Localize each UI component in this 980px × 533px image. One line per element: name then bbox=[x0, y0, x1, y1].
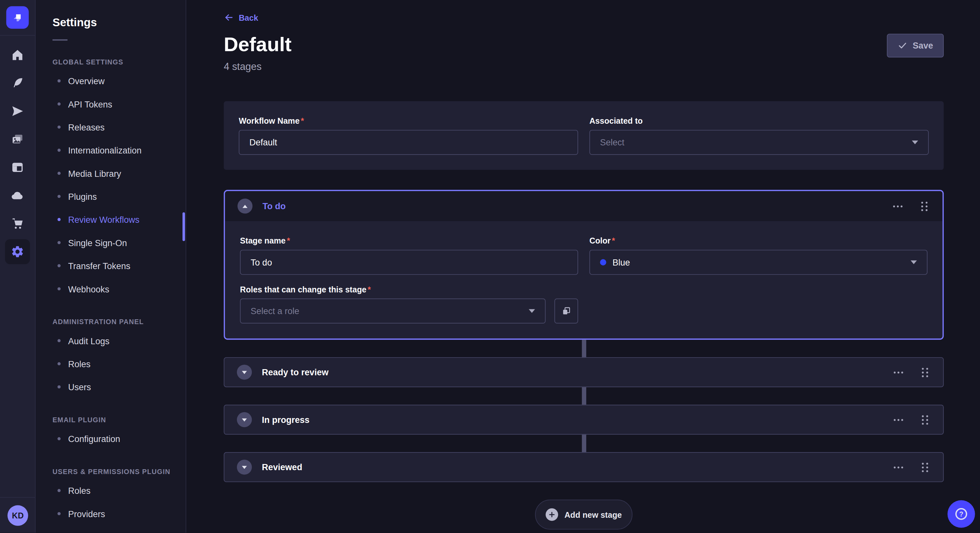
stage-options-menu-icon[interactable] bbox=[891, 464, 905, 471]
deploy-send-icon[interactable] bbox=[5, 99, 30, 124]
user-avatar[interactable]: KD bbox=[8, 505, 28, 526]
bullet-icon bbox=[57, 264, 60, 268]
stage-title: To do bbox=[262, 201, 285, 211]
media-library-icon[interactable] bbox=[5, 127, 30, 152]
associated-to-label: Associated to bbox=[590, 116, 929, 126]
required-asterisk: * bbox=[301, 116, 304, 126]
sidebar-item-webhooks[interactable]: Webhooks bbox=[52, 277, 186, 300]
sidebar-item-admin-roles[interactable]: Roles bbox=[52, 352, 186, 375]
collapse-toggle-button[interactable] bbox=[237, 198, 253, 213]
copy-icon bbox=[561, 306, 571, 316]
section-label: USERS & PERMISSIONS PLUGIN bbox=[52, 468, 186, 475]
stage-title: Ready to review bbox=[262, 367, 329, 377]
duplicate-roles-button[interactable] bbox=[555, 298, 578, 324]
required-asterisk: * bbox=[368, 285, 371, 295]
sidebar-item-media-library[interactable]: Media Library bbox=[52, 162, 186, 185]
drag-handle-icon[interactable] bbox=[920, 460, 931, 474]
stage-card-ready-to-review: Ready to review bbox=[224, 357, 944, 387]
color-select[interactable]: Blue bbox=[590, 250, 928, 274]
subnav-scrollbar-thumb[interactable] bbox=[183, 213, 185, 241]
sidebar-item-providers[interactable]: Providers bbox=[52, 502, 186, 525]
back-link[interactable]: Back bbox=[224, 13, 258, 23]
rail-divider bbox=[0, 35, 35, 36]
svg-text:?: ? bbox=[959, 510, 964, 518]
associated-to-select[interactable]: Select bbox=[590, 130, 929, 155]
bullet-icon bbox=[57, 218, 60, 221]
stage-options-menu-icon[interactable] bbox=[891, 369, 905, 376]
plus-icon bbox=[546, 508, 558, 521]
settings-gear-icon[interactable] bbox=[5, 239, 30, 264]
drag-handle-icon[interactable] bbox=[919, 199, 930, 213]
cloud-icon[interactable] bbox=[5, 183, 30, 208]
rail-bottom-divider bbox=[0, 497, 36, 498]
question-mark-icon: ? bbox=[954, 506, 969, 521]
subnav-title: Settings bbox=[52, 16, 186, 29]
strapi-logo[interactable] bbox=[6, 6, 29, 29]
required-asterisk: * bbox=[612, 236, 615, 246]
sidebar-item-plugins[interactable]: Plugins bbox=[52, 185, 186, 208]
save-button[interactable]: Save bbox=[887, 34, 944, 57]
strapi-logo-glyph bbox=[11, 11, 24, 24]
drag-handle-icon[interactable] bbox=[920, 365, 931, 379]
check-icon bbox=[898, 40, 908, 51]
sidebar-item-audit-logs[interactable]: Audit Logs bbox=[52, 329, 186, 352]
home-icon[interactable] bbox=[5, 43, 30, 67]
stages-list: To do Stage name* bbox=[224, 190, 944, 530]
stage-options-menu-icon[interactable] bbox=[891, 416, 905, 423]
sidebar-item-single-sign-on[interactable]: Single Sign-On bbox=[52, 231, 186, 254]
stage-connector bbox=[582, 387, 586, 405]
sidebar-item-releases[interactable]: Releases bbox=[52, 116, 186, 139]
nav-rail: KD bbox=[0, 0, 36, 533]
bullet-icon bbox=[57, 437, 60, 440]
content-manager-feather-icon[interactable] bbox=[5, 71, 30, 95]
marketplace-cart-icon[interactable] bbox=[5, 211, 30, 236]
sidebar-item-internationalization[interactable]: Internationalization bbox=[52, 139, 186, 162]
bullet-icon bbox=[57, 102, 60, 106]
sidebar-item-email-configuration[interactable]: Configuration bbox=[52, 427, 186, 450]
section-global-settings: GLOBAL SETTINGS Overview API Tokens Rele… bbox=[52, 58, 186, 300]
chevron-down-icon bbox=[912, 141, 918, 144]
collapse-toggle-button[interactable] bbox=[237, 460, 252, 474]
roles-label: Roles that can change this stage* bbox=[240, 285, 578, 295]
stage-name-input[interactable] bbox=[240, 250, 578, 274]
workflow-name-input[interactable] bbox=[239, 130, 578, 155]
sidebar-item-review-workflows[interactable]: Review Workflows bbox=[52, 208, 186, 231]
chevron-down-icon bbox=[242, 466, 247, 469]
collapse-toggle-button[interactable] bbox=[237, 412, 252, 427]
collapse-toggle-button[interactable] bbox=[237, 365, 252, 379]
stage-name-label: Stage name* bbox=[240, 236, 578, 246]
settings-subnav: Settings GLOBAL SETTINGS Overview API To… bbox=[36, 0, 186, 533]
content-type-builder-icon[interactable] bbox=[5, 155, 30, 180]
chevron-down-icon bbox=[911, 260, 917, 264]
color-swatch bbox=[600, 259, 606, 265]
bullet-icon bbox=[57, 362, 60, 366]
drag-handle-icon[interactable] bbox=[920, 412, 931, 427]
sidebar-item-up-roles[interactable]: Roles bbox=[52, 479, 186, 502]
stage-header[interactable]: To do bbox=[225, 191, 942, 221]
help-button[interactable]: ? bbox=[948, 500, 975, 528]
bullet-icon bbox=[57, 195, 60, 198]
workflow-form-card: Workflow Name* Associated to Select bbox=[224, 101, 944, 170]
bullet-icon bbox=[57, 149, 60, 152]
arrow-left-icon bbox=[224, 13, 234, 23]
stage-connector bbox=[582, 435, 586, 452]
roles-select[interactable]: Select a role bbox=[240, 298, 546, 324]
bullet-icon bbox=[57, 385, 60, 389]
bullet-icon bbox=[57, 339, 60, 342]
add-new-stage-button[interactable]: Add new stage bbox=[535, 500, 633, 530]
stage-options-menu-icon[interactable] bbox=[891, 203, 905, 209]
bullet-icon bbox=[57, 241, 60, 244]
section-label: ADMINISTRATION PANEL bbox=[52, 318, 186, 325]
stage-body: Stage name* Color* Blue bbox=[225, 221, 942, 339]
sidebar-item-overview[interactable]: Overview bbox=[52, 69, 186, 92]
sidebar-item-api-tokens[interactable]: API Tokens bbox=[52, 92, 186, 115]
bullet-icon bbox=[57, 79, 60, 82]
section-users-permissions-plugin: USERS & PERMISSIONS PLUGIN Roles Provide… bbox=[52, 468, 186, 525]
workflow-name-label: Workflow Name* bbox=[239, 116, 578, 126]
sidebar-item-users[interactable]: Users bbox=[52, 375, 186, 398]
color-label: Color* bbox=[590, 236, 928, 246]
sidebar-item-transfer-tokens[interactable]: Transfer Tokens bbox=[52, 254, 186, 277]
stage-card-to-do: To do Stage name* bbox=[224, 190, 944, 339]
section-label: GLOBAL SETTINGS bbox=[52, 58, 186, 65]
stage-title: Reviewed bbox=[262, 462, 302, 472]
